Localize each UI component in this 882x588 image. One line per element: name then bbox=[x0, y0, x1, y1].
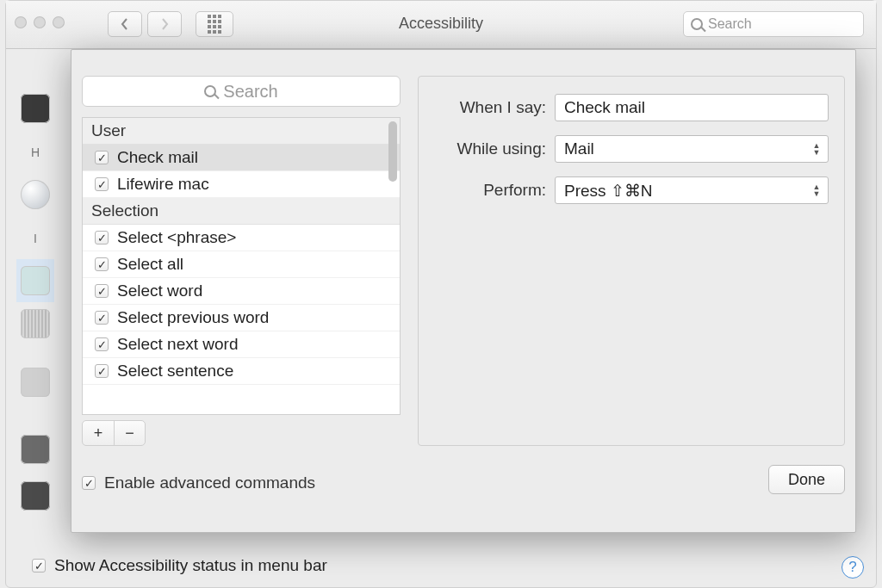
toolbar-search-field[interactable]: Search bbox=[683, 11, 864, 37]
preferences-window: Accessibility Search H I Show Accessibil… bbox=[5, 0, 877, 588]
command-row[interactable]: Select next word bbox=[83, 331, 400, 358]
toolbar-search-placeholder: Search bbox=[708, 16, 752, 32]
enable-advanced-row: Enable advanced commands bbox=[82, 473, 315, 492]
command-row[interactable]: Select <phrase> bbox=[83, 225, 400, 251]
list-group-header: User bbox=[83, 118, 400, 145]
command-label: Select previous word bbox=[117, 308, 269, 327]
command-detail-column: When I say: Check mail While using: Mail… bbox=[418, 76, 845, 446]
perform-label: Perform: bbox=[434, 181, 555, 200]
help-button[interactable]: ? bbox=[842, 556, 864, 579]
sidebar-label: I bbox=[34, 232, 37, 245]
command-checkbox[interactable] bbox=[95, 257, 109, 271]
enable-advanced-checkbox[interactable] bbox=[82, 476, 96, 490]
command-label: Select all bbox=[117, 255, 183, 274]
command-label: Select word bbox=[117, 282, 202, 300]
command-row[interactable]: Select sentence bbox=[83, 358, 400, 385]
sidebar-icon bbox=[21, 266, 50, 295]
commands-search-field[interactable]: Search bbox=[82, 76, 401, 107]
remove-command-button[interactable]: − bbox=[114, 421, 145, 445]
commands-left-column: Search UserCheck mailLifewire macSelecti… bbox=[82, 76, 401, 446]
stepper-icon: ▲▼ bbox=[811, 139, 823, 158]
command-checkbox[interactable] bbox=[95, 364, 109, 378]
show-status-checkbox[interactable] bbox=[32, 559, 46, 573]
while-using-select[interactable]: Mail ▲▼ bbox=[555, 135, 829, 163]
command-label: Check mail bbox=[117, 148, 198, 167]
while-using-value: Mail bbox=[564, 139, 594, 158]
perform-value: Press ⇧⌘N bbox=[564, 181, 653, 201]
command-label: Lifewire mac bbox=[117, 175, 209, 194]
sidebar-icon bbox=[21, 94, 50, 123]
when-i-say-label: When I say: bbox=[434, 98, 555, 117]
scrollbar-thumb[interactable] bbox=[388, 121, 397, 182]
command-row[interactable]: Select word bbox=[83, 278, 400, 305]
command-row[interactable]: Select all bbox=[83, 251, 400, 278]
command-label: Select <phrase> bbox=[117, 228, 236, 247]
command-detail-panel: When I say: Check mail While using: Mail… bbox=[418, 76, 845, 446]
enable-advanced-label: Enable advanced commands bbox=[104, 473, 315, 492]
command-row[interactable]: Select previous word bbox=[83, 305, 400, 331]
search-icon bbox=[204, 85, 216, 97]
sidebar-icon bbox=[21, 180, 50, 209]
search-icon bbox=[691, 18, 703, 30]
commands-list[interactable]: UserCheck mailLifewire macSelectionSelec… bbox=[82, 117, 401, 415]
sidebar-icon bbox=[21, 481, 50, 511]
background-sidebar: H I bbox=[16, 87, 54, 517]
command-checkbox[interactable] bbox=[95, 151, 109, 164]
command-row[interactable]: Check mail bbox=[83, 145, 400, 171]
show-status-label: Show Accessibility status in menu bar bbox=[54, 556, 327, 575]
add-command-button[interactable]: + bbox=[83, 421, 114, 445]
sidebar-icon bbox=[21, 309, 50, 338]
sidebar-label: H bbox=[31, 145, 40, 159]
dictation-commands-sheet: Search UserCheck mailLifewire macSelecti… bbox=[71, 49, 856, 533]
help-icon: ? bbox=[848, 559, 856, 576]
sidebar-icon bbox=[21, 435, 50, 464]
sidebar-icon bbox=[21, 368, 50, 397]
command-row[interactable]: Lifewire mac bbox=[83, 171, 400, 198]
command-checkbox[interactable] bbox=[95, 337, 109, 351]
command-checkbox[interactable] bbox=[95, 284, 109, 298]
perform-select[interactable]: Press ⇧⌘N ▲▼ bbox=[555, 176, 829, 204]
show-status-row: Show Accessibility status in menu bar bbox=[32, 556, 327, 575]
done-button[interactable]: Done bbox=[768, 465, 845, 494]
while-using-label: While using: bbox=[434, 139, 555, 158]
list-group-header: Selection bbox=[83, 198, 400, 225]
commands-search-placeholder: Search bbox=[223, 82, 277, 102]
titlebar: Accessibility Search bbox=[6, 1, 876, 49]
when-i-say-value: Check mail bbox=[564, 98, 645, 117]
when-i-say-field[interactable]: Check mail bbox=[555, 94, 829, 121]
add-remove-group: + − bbox=[82, 420, 146, 446]
stepper-icon: ▲▼ bbox=[811, 181, 823, 200]
command-label: Select sentence bbox=[117, 362, 233, 381]
command-checkbox[interactable] bbox=[95, 177, 109, 191]
command-checkbox[interactable] bbox=[95, 231, 109, 244]
command-checkbox[interactable] bbox=[95, 311, 109, 325]
command-label: Select next word bbox=[117, 335, 238, 354]
